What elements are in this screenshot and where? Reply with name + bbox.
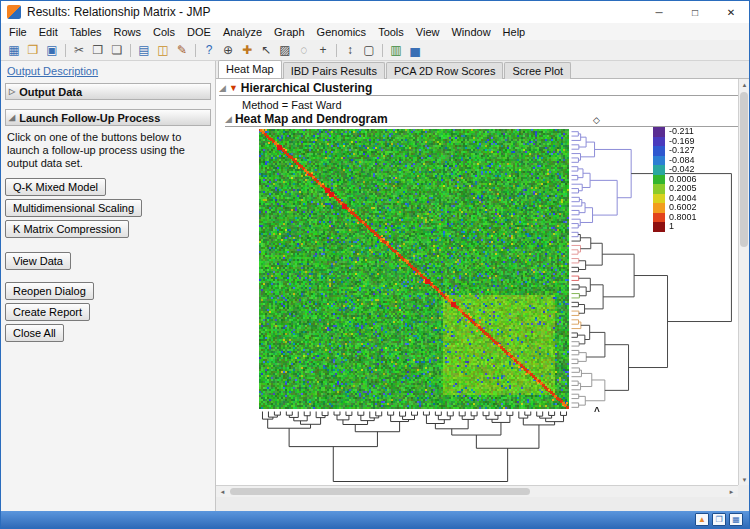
- paste-icon[interactable]: ❏: [108, 42, 126, 59]
- outline-collapse-icon[interactable]: ◢: [225, 115, 232, 124]
- bottom-dendrogram-canvas[interactable]: [259, 411, 569, 483]
- menu-tools[interactable]: Tools: [372, 25, 410, 39]
- legend-label: 1: [669, 222, 674, 231]
- data-view-icon[interactable]: ▥: [387, 42, 405, 59]
- output-data-header[interactable]: ▷ Output Data: [5, 83, 211, 100]
- help-icon[interactable]: ?: [200, 42, 218, 59]
- follow-up-title: Launch Follow-Up Process: [19, 112, 160, 124]
- layout-icon[interactable]: ◫: [154, 42, 172, 59]
- clustering-header: ◢ ▼ Hierarchical Clustering: [219, 81, 738, 96]
- menu-doe[interactable]: DOE: [181, 25, 217, 39]
- button-view-data[interactable]: View Data: [5, 252, 71, 270]
- menu-file[interactable]: File: [3, 25, 33, 39]
- toolbar-separator: [65, 44, 66, 57]
- legend-label: -0.042: [669, 165, 695, 174]
- minimize-button[interactable]: ─: [641, 1, 677, 23]
- journal-icon[interactable]: ▤: [135, 42, 153, 59]
- save-icon[interactable]: ▣: [43, 42, 61, 59]
- status-up-arrow-icon[interactable]: ▲: [695, 513, 709, 526]
- expanded-triangle-icon[interactable]: ◢: [9, 114, 15, 122]
- status-grid-icon[interactable]: ▦: [729, 513, 743, 526]
- open-file-icon[interactable]: ❐: [24, 42, 42, 59]
- scroll-down-icon[interactable]: ▼: [739, 474, 750, 485]
- output-data-label: Output Data: [19, 86, 82, 98]
- dendrogram-handle-bottom-icon[interactable]: ^: [594, 406, 600, 417]
- menu-tables[interactable]: Tables: [64, 25, 108, 39]
- main-panel: Heat MapIBD Pairs ResultsPCA 2D Row Scor…: [216, 61, 749, 511]
- legend-swatch: [653, 222, 665, 232]
- scroller-tool-icon[interactable]: ↕: [341, 42, 359, 59]
- menu-rows[interactable]: Rows: [108, 25, 148, 39]
- magnifier-icon[interactable]: ⊕: [219, 42, 237, 59]
- horizontal-scrollbar-thumb[interactable]: [230, 488, 530, 495]
- vertical-scrollbar-thumb[interactable]: [740, 92, 748, 247]
- button-k-matrix-compression[interactable]: K Matrix Compression: [5, 220, 129, 238]
- tab-pca-2d-row-scores[interactable]: PCA 2D Row Scores: [386, 62, 503, 79]
- heatmap-canvas[interactable]: [259, 129, 569, 409]
- legend-label: -0.211: [669, 127, 694, 136]
- button-create-report[interactable]: Create Report: [5, 303, 90, 321]
- tab-heat-map[interactable]: Heat Map: [218, 60, 282, 78]
- heatmap-legend: -0.211-0.169-0.127-0.084-0.0420.00060.20…: [653, 127, 697, 232]
- menu-help[interactable]: Help: [497, 25, 532, 39]
- chart-view-icon[interactable]: ▅: [406, 42, 424, 59]
- vertical-scrollbar[interactable]: ▲ ▼: [738, 79, 749, 485]
- launch-buttons: Q-K Mixed ModelMultidimensional ScalingK…: [5, 178, 211, 238]
- button-multidimensional-scaling[interactable]: Multidimensional Scaling: [5, 199, 142, 217]
- legend-swatch: [653, 203, 665, 213]
- window-title: Results: Relationship Matrix - JMP: [27, 5, 210, 19]
- copy-icon[interactable]: ❒: [89, 42, 107, 59]
- horizontal-scrollbar[interactable]: ◄ ►: [216, 485, 738, 497]
- arrow-tool-icon[interactable]: ↖: [257, 42, 275, 59]
- legend-row: 0.8001: [653, 213, 697, 223]
- toolbar-separator: [336, 44, 337, 57]
- maximize-button[interactable]: □: [677, 1, 713, 23]
- window-controls: ─ □ ✕: [641, 1, 749, 23]
- menu-edit[interactable]: Edit: [33, 25, 64, 39]
- legend-swatch: [653, 194, 665, 204]
- new-data-table-icon[interactable]: ▦: [5, 42, 23, 59]
- action-buttons: View DataReopen DialogCreate ReportClose…: [5, 252, 211, 342]
- scroll-right-icon[interactable]: ►: [726, 486, 737, 497]
- menu-cols[interactable]: Cols: [147, 25, 181, 39]
- hotspot-menu-icon[interactable]: ▼: [229, 84, 238, 93]
- selection-tool-icon[interactable]: ▢: [360, 42, 378, 59]
- cut-icon[interactable]: ✂: [70, 42, 88, 59]
- tab-ibd-pairs-results[interactable]: IBD Pairs Results: [283, 62, 385, 79]
- button-q-k-mixed-model[interactable]: Q-K Mixed Model: [5, 178, 106, 196]
- legend-swatch: [653, 175, 665, 185]
- annotate-icon[interactable]: ✎: [173, 42, 191, 59]
- status-window-icon[interactable]: ❐: [712, 513, 726, 526]
- dendrogram-handle-top-icon[interactable]: ◇: [593, 115, 600, 125]
- lasso-tool-icon[interactable]: ◌: [295, 42, 313, 59]
- crosshair-tool-icon[interactable]: +: [314, 42, 332, 59]
- brush-tool-icon[interactable]: ▨: [276, 42, 294, 59]
- menu-view[interactable]: View: [410, 25, 446, 39]
- sidebar: Output Description ▷ Output Data ◢ Launc…: [1, 61, 216, 511]
- output-description-link[interactable]: Output Description: [7, 65, 98, 77]
- menu-genomics[interactable]: Genomics: [311, 25, 373, 39]
- legend-swatch: [653, 156, 665, 166]
- follow-up-description: Click on one of the buttons below to lau…: [7, 131, 212, 170]
- menu-analyze[interactable]: Analyze: [217, 25, 268, 39]
- close-button[interactable]: ✕: [713, 1, 749, 23]
- menu-graph[interactable]: Graph: [268, 25, 311, 39]
- legend-swatch: [653, 213, 665, 223]
- heatmap-title: Heat Map and Dendrogram: [235, 112, 388, 126]
- heatmap-header: ◢ Heat Map and Dendrogram: [225, 112, 738, 127]
- button-close-all[interactable]: Close All: [5, 324, 64, 342]
- outline-collapse-icon[interactable]: ◢: [219, 84, 226, 93]
- scroll-left-icon[interactable]: ◄: [217, 486, 228, 497]
- grabber-icon[interactable]: ✚: [238, 42, 256, 59]
- tab-scree-plot[interactable]: Scree Plot: [504, 62, 571, 79]
- button-reopen-dialog[interactable]: Reopen Dialog: [5, 282, 94, 300]
- follow-up-header[interactable]: ◢ Launch Follow-Up Process: [5, 109, 211, 126]
- legend-label: 0.6002: [669, 203, 697, 212]
- menu-window[interactable]: Window: [445, 25, 496, 39]
- jmp-app-icon: [7, 5, 21, 19]
- legend-label: -0.127: [669, 146, 695, 155]
- status-bar: ▲❐▦: [1, 511, 749, 528]
- collapsed-triangle-icon[interactable]: ▷: [9, 88, 15, 96]
- legend-label: 0.2005: [669, 184, 697, 193]
- scroll-up-icon[interactable]: ▲: [739, 79, 750, 90]
